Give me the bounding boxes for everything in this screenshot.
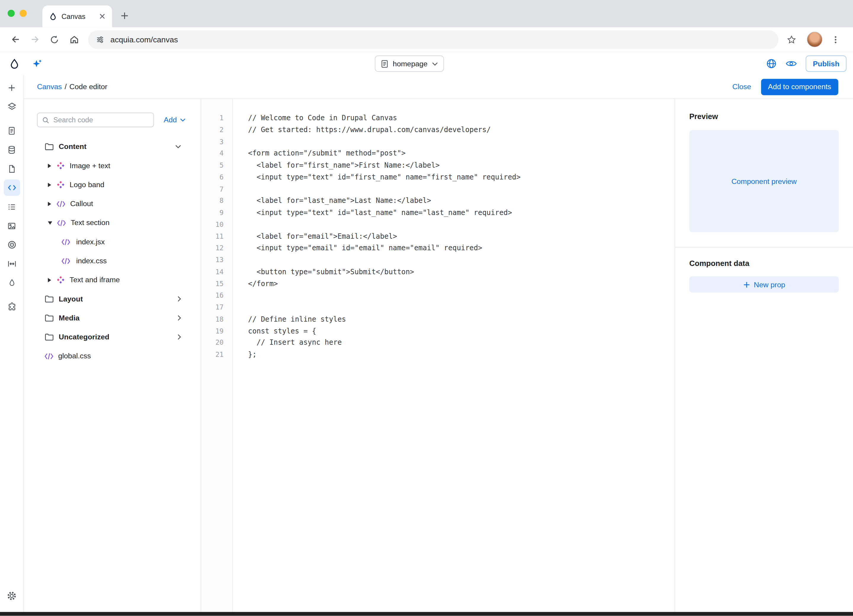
tree-file-index-css[interactable]: index.css: [24, 252, 201, 270]
url-text[interactable]: acquia.com/canvas: [111, 35, 178, 44]
window-control-yellow[interactable]: [20, 10, 27, 17]
code-line[interactable]: <input type="email" id="email" name="ema…: [248, 242, 675, 254]
tree-folder-uncategorized[interactable]: Uncategorized: [24, 328, 201, 346]
globe-icon[interactable]: [766, 58, 777, 69]
chevron-right-icon[interactable]: [178, 296, 181, 302]
code-line[interactable]: [248, 254, 675, 266]
tree-label: index.css: [76, 257, 107, 265]
code-line[interactable]: [248, 183, 675, 195]
app-header: homepage Publish: [0, 52, 853, 75]
code-line[interactable]: [248, 290, 675, 302]
breakpoints-button[interactable]: [3, 256, 20, 272]
left-icon-rail: [0, 75, 24, 612]
tab-close-icon[interactable]: [97, 12, 107, 21]
caret-down-icon[interactable]: [48, 221, 52, 225]
focus-button[interactable]: [3, 237, 20, 253]
new-tab-button[interactable]: [117, 8, 132, 23]
chevron-right-icon[interactable]: [178, 315, 181, 321]
line-numbers: 123456789101112131415161718192021: [202, 99, 233, 612]
code-line[interactable]: // Welcome to Code in Drupal Canvas: [248, 112, 675, 124]
forward-button[interactable]: [26, 31, 44, 48]
line-number: 15: [202, 278, 232, 290]
tree-folder-layout[interactable]: Layout: [24, 289, 201, 308]
tree-file-global-css[interactable]: global.css: [24, 346, 201, 366]
code-line[interactable]: // Define inline styles: [248, 313, 675, 325]
code-lines[interactable]: // Welcome to Code in Drupal Canvas// Ge…: [233, 99, 674, 612]
browser-tab[interactable]: Canvas: [42, 5, 112, 27]
breadcrumb-canvas-link[interactable]: Canvas: [37, 83, 62, 91]
publish-button[interactable]: Publish: [806, 55, 847, 72]
tree-label: Content: [59, 143, 87, 151]
tree-item-logo-band[interactable]: Logo band: [24, 175, 201, 194]
new-prop-button[interactable]: New prop: [689, 276, 839, 293]
code-line[interactable]: <label for="email">Email:</label>: [248, 231, 675, 242]
layers-button[interactable]: [3, 98, 20, 115]
chevron-down-icon[interactable]: [175, 145, 181, 149]
line-number: 9: [202, 207, 232, 218]
bookmark-star-icon[interactable]: [783, 31, 800, 48]
search-input-container[interactable]: [37, 112, 154, 127]
breadcrumb-separator: /: [65, 83, 67, 91]
settings-button[interactable]: [3, 587, 20, 604]
code-line[interactable]: <input type="text" id="last_name" name="…: [248, 207, 675, 218]
line-number: 2: [202, 124, 232, 136]
profile-avatar[interactable]: [807, 32, 823, 47]
preview-eye-icon[interactable]: [786, 59, 797, 68]
code-line[interactable]: <button type="submit">Submit</button>: [248, 266, 675, 278]
site-settings-icon[interactable]: [96, 35, 104, 44]
code-file-icon: [62, 238, 70, 245]
code-line[interactable]: [248, 136, 675, 147]
code-line[interactable]: <label for="last_name">Last Name:</label…: [248, 195, 675, 207]
component-panel: Preview Component preview Component data…: [675, 99, 853, 612]
tree-folder-content[interactable]: Content: [24, 137, 201, 156]
caret-right-icon[interactable]: [48, 182, 51, 187]
browser-menu-icon[interactable]: [827, 31, 844, 48]
pages-button[interactable]: [3, 161, 20, 177]
code-line[interactable]: // Get started: https://www.drupal.com/c…: [248, 124, 675, 136]
code-line[interactable]: </form>: [248, 278, 675, 290]
code-component-icon: [56, 200, 65, 207]
styles-button[interactable]: [3, 275, 20, 291]
tree-item-text-section[interactable]: Text section: [24, 213, 201, 232]
code-editor-button[interactable]: [3, 179, 20, 196]
code-line[interactable]: };: [248, 349, 675, 360]
tree-file-index-jsx[interactable]: index.jsx: [24, 232, 201, 251]
tree-item-callout[interactable]: Callout: [24, 194, 201, 213]
tree-item-text-and-iframe[interactable]: Text and iframe: [24, 270, 201, 289]
code-line[interactable]: <input type="text" id="first_name" name=…: [248, 171, 675, 183]
home-button[interactable]: [65, 31, 83, 48]
close-button[interactable]: Close: [732, 83, 751, 91]
code-line[interactable]: <form action="/submit" method="post">: [248, 147, 675, 159]
code-editor[interactable]: 123456789101112131415161718192021 // Wel…: [202, 99, 675, 612]
breadcrumb-current: Code editor: [69, 83, 107, 91]
chevron-right-icon[interactable]: [178, 334, 181, 340]
back-button[interactable]: [6, 31, 24, 48]
reload-button[interactable]: [46, 31, 63, 48]
page-selector-dropdown[interactable]: homepage: [375, 55, 444, 72]
extensions-button[interactable]: [3, 299, 20, 315]
code-line[interactable]: const styles = {: [248, 325, 675, 337]
drupal-canvas-logo-icon[interactable]: [9, 58, 20, 70]
caret-right-icon[interactable]: [48, 202, 51, 206]
code-line[interactable]: <label for="first_name">First Name:</lab…: [248, 159, 675, 171]
new-prop-label: New prop: [754, 281, 785, 289]
code-line[interactable]: // Insert async here: [248, 337, 675, 349]
code-line[interactable]: [248, 302, 675, 313]
tree-folder-media[interactable]: Media: [24, 308, 201, 327]
tree-item-image-text[interactable]: Image + text: [24, 156, 201, 175]
media-button[interactable]: [3, 218, 20, 234]
content-button[interactable]: [3, 122, 20, 139]
add-to-components-button[interactable]: Add to components: [761, 79, 838, 95]
code-line[interactable]: [248, 218, 675, 231]
add-code-button[interactable]: Add: [164, 116, 186, 124]
list-button[interactable]: [3, 199, 20, 215]
add-button[interactable]: [3, 79, 20, 96]
caret-right-icon[interactable]: [48, 278, 51, 282]
data-button[interactable]: [3, 141, 20, 158]
address-bar[interactable]: acquia.com/canvas: [88, 30, 779, 49]
window-control-green[interactable]: [8, 10, 15, 17]
code-file-icon: [45, 353, 53, 359]
ai-sparkle-icon[interactable]: [32, 58, 42, 69]
search-input[interactable]: [53, 116, 149, 124]
caret-right-icon[interactable]: [48, 164, 51, 168]
